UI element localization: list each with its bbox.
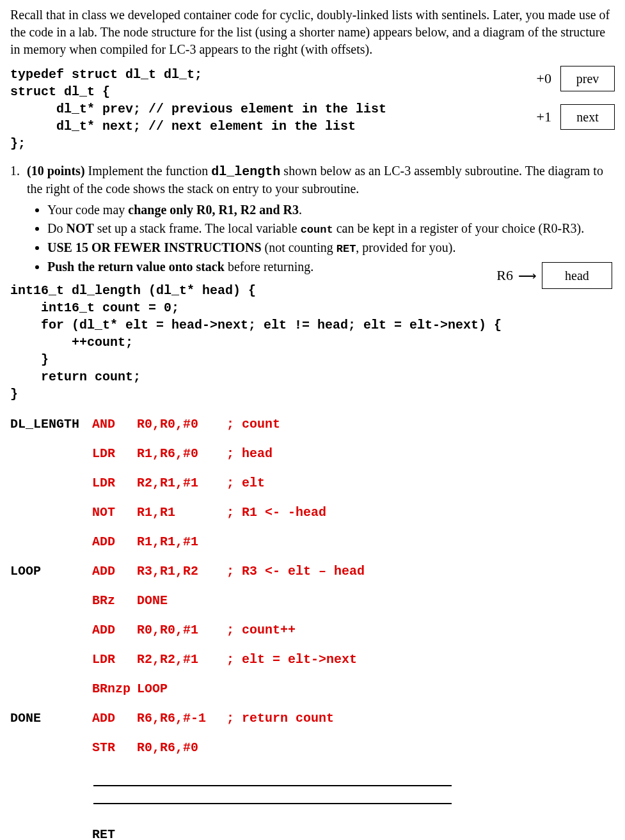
q-lead: Implement the function	[85, 164, 212, 178]
asm-label-11	[10, 739, 92, 768]
typedef-code: typedef struct dl_t dl_t; struct dl_t { …	[10, 66, 519, 152]
b2e: can be kept in a register of your choice…	[333, 221, 585, 235]
b1a: Your code may	[47, 203, 128, 217]
asm-op-5: ADD	[92, 563, 137, 592]
asm-args-1: R1,R6,#0	[137, 445, 226, 474]
asm-op-3: NOT	[92, 504, 137, 533]
mem-cell-prev: prev	[560, 66, 615, 91]
asm-comment-6	[226, 592, 365, 621]
asm-label-7	[10, 621, 92, 651]
q-funcname: dl_length	[211, 164, 280, 179]
asm-row-0: DL_LENGTHANDR0,R0,#0; count	[10, 416, 365, 445]
assembly-listing: DL_LENGTHANDR0,R0,#0; countLDRR1,R6,#0; …	[10, 416, 365, 768]
b2a: Do	[47, 221, 66, 235]
b2b: NOT	[66, 221, 93, 235]
asm-op-2: LDR	[92, 474, 137, 504]
b3d: , provided for you).	[356, 240, 455, 254]
blank-line-1	[93, 785, 452, 786]
b1b: change only R0, R1, R2 and R3	[128, 203, 299, 217]
asm-args-11: R0,R6,#0	[137, 739, 226, 768]
asm-row-10: DONEADDR6,R6,#-1; return count	[10, 710, 365, 739]
asm-op-0: AND	[92, 416, 137, 445]
asm-comment-8: ; elt = elt->next	[226, 651, 365, 680]
asm-label-9	[10, 680, 92, 710]
asm-row-4: ADDR1,R1,#1	[10, 533, 365, 563]
bullet-2: Do NOT set up a stack frame. The local v…	[47, 220, 615, 238]
asm-row-7: ADDR0,R0,#1; count++	[10, 621, 365, 651]
question-points: (10 points)	[27, 164, 85, 178]
typedef-section: typedef struct dl_t dl_t; struct dl_t { …	[10, 66, 615, 152]
asm-args-8: R2,R2,#1	[137, 651, 226, 680]
asm-args-0: R0,R0,#0	[137, 416, 226, 445]
asm-row-9: BRnzpLOOP	[10, 680, 365, 710]
asm-comment-7: ; count++	[226, 621, 365, 651]
stack-diagram: R6 ⟶ head	[496, 262, 612, 289]
b4a: Push the return value onto stack	[47, 260, 225, 274]
asm-op-6: BRz	[92, 592, 137, 621]
intro-paragraph: Recall that in class we developed contai…	[10, 6, 615, 58]
asm-args-6: DONE	[137, 592, 226, 621]
asm-args-7: R0,R0,#1	[137, 621, 226, 651]
stack-cell-head: head	[542, 262, 612, 289]
asm-args-9: LOOP	[137, 680, 226, 710]
bullet-1: Your code may change only R0, R1, R2 and…	[47, 201, 615, 219]
question-number: 1.	[10, 162, 27, 198]
asm-row-3: NOTR1,R1; R1 <- -head	[10, 504, 365, 533]
asm-comment-0: ; count	[226, 416, 365, 445]
asm-row-6: BRzDONE	[10, 592, 365, 621]
mem-row-0: +0 prev	[526, 66, 615, 91]
asm-label-1	[10, 445, 92, 474]
asm-label-10: DONE	[10, 710, 92, 739]
question-heading: 1. (10 points) Implement the function dl…	[10, 162, 615, 198]
mem-offset-1: +1	[526, 107, 551, 127]
asm-args-10: R6,R6,#-1	[137, 710, 226, 739]
asm-args-5: R3,R1,R2	[137, 563, 226, 592]
asm-comment-1: ; head	[226, 445, 365, 474]
asm-row-2: LDRR2,R1,#1; elt	[10, 474, 365, 504]
question-text: (10 points) Implement the function dl_le…	[27, 162, 615, 198]
asm-label-6	[10, 592, 92, 621]
asm-label-2	[10, 474, 92, 504]
mem-row-1: +1 next	[526, 104, 615, 130]
asm-comment-11	[226, 739, 365, 768]
asm-row-1: LDRR1,R6,#0; head	[10, 445, 365, 474]
arrow-icon: ⟶	[518, 267, 537, 284]
asm-comment-9	[226, 680, 365, 710]
asm-op-11: STR	[92, 739, 137, 768]
asm-row-11: STRR0,R6,#0	[10, 739, 365, 768]
ret-instruction: RET	[92, 826, 615, 840]
asm-op-4: ADD	[92, 533, 137, 563]
stack-reg: R6	[496, 266, 513, 285]
asm-comment-5: ; R3 <- elt – head	[226, 563, 365, 592]
asm-row-8: LDRR2,R2,#1; elt = elt->next	[10, 651, 365, 680]
asm-op-9: BRnzp	[92, 680, 137, 710]
asm-op-10: ADD	[92, 710, 137, 739]
asm-comment-3: ; R1 <- -head	[226, 504, 365, 533]
b4b: before returning.	[225, 260, 313, 274]
asm-op-7: ADD	[92, 621, 137, 651]
b3c: RET	[336, 243, 356, 255]
asm-op-8: LDR	[92, 651, 137, 680]
asm-label-4	[10, 533, 92, 563]
memory-diagram: +0 prev +1 next	[526, 66, 615, 130]
bullet-3: USE 15 OR FEWER INSTRUCTIONS (not counti…	[47, 239, 615, 257]
b2c: set up a stack frame. The local variable	[94, 221, 301, 235]
asm-label-3	[10, 504, 92, 533]
asm-label-5: LOOP	[10, 563, 92, 592]
asm-comment-4	[226, 533, 365, 563]
asm-row-5: LOOPADDR3,R1,R2; R3 <- elt – head	[10, 563, 365, 592]
asm-op-1: LDR	[92, 445, 137, 474]
asm-args-3: R1,R1	[137, 504, 226, 533]
b3a: USE 15 OR FEWER INSTRUCTIONS	[47, 240, 262, 254]
b1c: .	[299, 203, 302, 217]
mem-offset-0: +0	[526, 69, 551, 88]
mem-cell-next: next	[560, 104, 615, 130]
blank-line-2	[93, 803, 452, 804]
b3b: (not counting	[262, 240, 336, 254]
asm-label-8	[10, 651, 92, 680]
asm-args-4: R1,R1,#1	[137, 533, 226, 563]
asm-comment-10: ; return count	[226, 710, 365, 739]
asm-args-2: R2,R1,#1	[137, 474, 226, 504]
b2d: count	[301, 224, 333, 236]
asm-label-0: DL_LENGTH	[10, 416, 92, 445]
